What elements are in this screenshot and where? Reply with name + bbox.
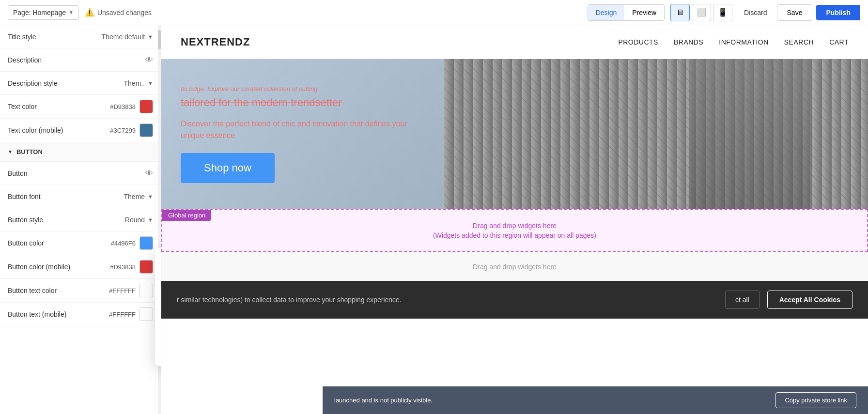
nav-information[interactable]: INFORMATION	[719, 38, 768, 46]
button-label: Button	[8, 169, 145, 177]
text-color-swatch[interactable]	[140, 100, 153, 113]
title-style-label: Title style	[8, 33, 102, 41]
nav-brands[interactable]: BRANDS	[674, 38, 703, 46]
canvas-area: NEXTRENDZ PRODUCTS BRANDS INFORMATION SE…	[161, 25, 868, 414]
button-text-color-label: Button text color	[8, 287, 109, 294]
button-style-value: Round	[125, 216, 145, 224]
unsaved-changes-text: Unsaved changes	[97, 9, 152, 16]
text-color-mobile-hex: #3C7299	[110, 127, 136, 134]
button-style-row: Button style Round ▼	[0, 208, 161, 231]
button-text-color-hex: #FFFFFF	[109, 287, 136, 294]
accept-cookies-button[interactable]: Accept All Cookies	[767, 291, 852, 309]
button-text-mobile-label: Button text (mobile)	[8, 310, 109, 318]
button-color-mobile-label: Button color (mobile)	[8, 263, 110, 271]
top-actions: Discard Save Publish	[738, 4, 860, 21]
button-style-chevron[interactable]: ▼	[148, 217, 153, 223]
title-style-chevron[interactable]: ▼	[148, 34, 153, 40]
view-mode-group: 🖥 ⬜ 📱	[670, 4, 732, 21]
design-button[interactable]: Design	[588, 5, 625, 20]
left-panel: Title style Theme default ▼ Description …	[0, 25, 161, 414]
title-style-value: Theme default	[102, 33, 145, 41]
description-style-chevron[interactable]: ▼	[148, 80, 153, 86]
store-nav-links: PRODUCTS BRANDS INFORMATION SEARCH CART	[618, 38, 849, 46]
desktop-view-button[interactable]: 🖥	[670, 4, 690, 21]
description-style-label: Description style	[8, 79, 124, 87]
button-color-mobile-swatch[interactable]	[140, 260, 153, 274]
text-color-label: Text color	[8, 103, 110, 110]
page-select[interactable]: Page: Homepage ▼	[8, 5, 79, 20]
button-font-chevron[interactable]: ▼	[148, 194, 153, 199]
button-font-row: Button font Theme ▼	[0, 185, 161, 208]
main-layout: Title style Theme default ▼ Description …	[0, 25, 868, 414]
cookie-banner: r similar technologies) to collect data …	[161, 281, 868, 319]
store-preview: NEXTRENDZ PRODUCTS BRANDS INFORMATION SE…	[161, 25, 868, 414]
hero-content: Its Edge. Explore our curated collection…	[181, 59, 433, 209]
hero-title: tailored for the modern trendsetter	[181, 95, 433, 110]
title-style-row: Title style Theme default ▼	[0, 25, 161, 48]
button-text-mobile-row: Button text (mobile) #FFFFFF	[0, 303, 161, 326]
text-color-mobile-swatch[interactable]	[140, 123, 153, 137]
save-button[interactable]: Save	[777, 4, 813, 21]
publish-button[interactable]: Publish	[816, 5, 860, 20]
drag-drop-text-2: (Widgets added to this region will appea…	[433, 231, 596, 239]
button-color-swatch[interactable]	[140, 236, 153, 250]
button-color-mobile-row: Button color (mobile) #D93838	[0, 255, 161, 279]
chevron-down-icon: ▼	[69, 10, 74, 15]
hero-eyebrow-text: Its Edge. Explore our curated collection…	[181, 85, 433, 92]
discard-button[interactable]: Discard	[738, 5, 773, 20]
mobile-view-button[interactable]: 📱	[713, 4, 732, 21]
top-bar: Page: Homepage ▼ ⚠️ Unsaved changes Desi…	[0, 0, 868, 25]
global-region: Global region Drag and drop widgets here…	[161, 209, 868, 252]
button-section-header[interactable]: ▼ BUTTON	[0, 142, 161, 162]
reject-cookies-button[interactable]: ct all	[725, 291, 760, 309]
button-text-mobile-swatch[interactable]	[140, 307, 153, 321]
global-region-label: Global region	[162, 210, 211, 221]
cookie-text: r similar technologies) to collect data …	[177, 296, 717, 304]
button-color-row: Button color #4496F6	[0, 231, 161, 255]
nav-cart[interactable]: CART	[829, 38, 849, 46]
nav-products[interactable]: PRODUCTS	[618, 38, 658, 46]
description-label: Description	[8, 56, 145, 64]
text-color-mobile-label: Text color (mobile)	[8, 126, 110, 134]
drag-drop-text-3: Drag and drop widgets here	[473, 263, 557, 271]
button-row: Button 👁	[0, 162, 161, 185]
button-section-label: BUTTON	[16, 148, 43, 155]
page-select-label: Page: Homepage	[13, 9, 66, 16]
button-color-hex: #4496F6	[111, 240, 136, 247]
button-text-color-row: Button text color #FFFFFF	[0, 279, 161, 303]
hero-description: Discover the perfect blend of chic and i…	[181, 118, 433, 141]
button-font-value: Theme	[124, 193, 145, 200]
copy-private-link-button[interactable]: Copy private store link	[775, 392, 856, 408]
drag-drop-widgets-area-2[interactable]: Drag and drop widgets here	[161, 252, 868, 281]
warning-icon: ⚠️	[85, 8, 94, 17]
button-color-mobile-hex: #D93838	[110, 263, 136, 271]
description-style-row: Description style Them.. ▼	[0, 72, 161, 95]
button-text-color-swatch[interactable]	[140, 284, 153, 297]
description-style-value: Them..	[124, 79, 145, 87]
button-font-label: Button font	[8, 193, 124, 200]
description-visibility-icon[interactable]: 👁	[145, 56, 153, 64]
shop-now-button[interactable]: Shop now	[181, 153, 275, 183]
drag-drop-text-1: Drag and drop widgets here	[473, 222, 557, 230]
color-picker-popup: × +	[155, 248, 161, 366]
hero-background-image	[444, 59, 868, 209]
description-row: Description 👁	[0, 48, 161, 72]
nav-search[interactable]: SEARCH	[784, 38, 814, 46]
drag-drop-widgets-area-1[interactable]: Drag and drop widgets here (Widgets adde…	[162, 210, 867, 251]
tablet-view-button[interactable]: ⬜	[692, 4, 711, 21]
design-preview-toggle: Design Preview	[588, 4, 665, 21]
store-logo: NEXTRENDZ	[181, 36, 250, 48]
hero-section: Its Edge. Explore our curated collection…	[161, 59, 868, 209]
button-visibility-icon[interactable]: 👁	[145, 169, 153, 178]
bottom-status-bar: launched and is not publicly visible. Co…	[323, 386, 868, 414]
text-color-row: Text color #D93838	[0, 95, 161, 119]
unsaved-changes-indicator: ⚠️ Unsaved changes	[85, 8, 152, 17]
store-navbar: NEXTRENDZ PRODUCTS BRANDS INFORMATION SE…	[161, 25, 868, 59]
button-text-mobile-hex: #FFFFFF	[109, 311, 136, 318]
bottom-status-text: launched and is not publicly visible.	[334, 397, 433, 404]
button-color-label: Button color	[8, 239, 111, 247]
button-style-label: Button style	[8, 216, 125, 224]
button-section-chevron: ▼	[8, 149, 13, 154]
preview-button[interactable]: Preview	[624, 5, 664, 20]
text-color-hex: #D93838	[110, 103, 136, 110]
